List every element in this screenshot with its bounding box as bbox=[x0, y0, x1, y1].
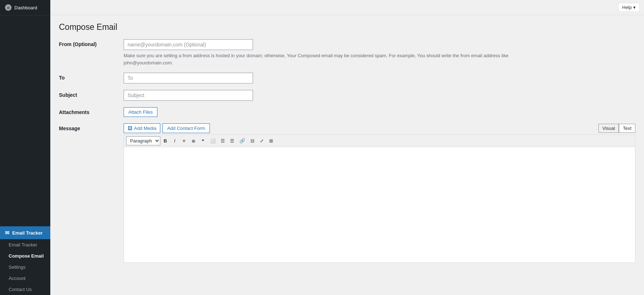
main-content: Help ▾ Compose Email From (Optional) Mak… bbox=[50, 0, 644, 295]
attachments-label: Attachments bbox=[59, 107, 124, 115]
from-row: From (Optional) Make sure you are settin… bbox=[59, 39, 635, 66]
help-chevron-icon: ▾ bbox=[633, 5, 636, 10]
sidebar-item-compose-email[interactable]: Compose Email bbox=[0, 250, 50, 262]
bold-button[interactable]: B bbox=[161, 137, 170, 145]
table-button[interactable]: ⊞ bbox=[267, 137, 275, 145]
to-input[interactable] bbox=[124, 73, 253, 83]
subject-field bbox=[124, 90, 635, 101]
visual-tab[interactable]: Visual bbox=[598, 124, 619, 133]
sidebar-item-settings[interactable]: Settings bbox=[0, 262, 50, 273]
from-hint: Make sure you are setting a from address… bbox=[124, 52, 519, 66]
help-label: Help bbox=[622, 5, 632, 10]
message-label: Message bbox=[59, 123, 124, 131]
fullscreen-button[interactable]: ⤢ bbox=[257, 137, 266, 145]
message-row: Message 🖼 Add Media Add Contact Form Vis… bbox=[59, 123, 635, 263]
sidebar-item-email-tracker[interactable]: Email Tracker bbox=[0, 239, 50, 250]
add-media-label: Add Media bbox=[134, 126, 156, 131]
dashboard-label: Dashboard bbox=[14, 5, 37, 10]
to-row: To bbox=[59, 73, 635, 83]
visual-text-tabs: Visual Text bbox=[598, 124, 635, 133]
add-media-icon: 🖼 bbox=[128, 126, 132, 131]
sidebar-header[interactable]: ⊞ Dashboard bbox=[0, 0, 50, 15]
from-label: From (Optional) bbox=[59, 39, 124, 47]
attach-files-button[interactable]: Attach Files bbox=[124, 107, 157, 117]
message-field: 🖼 Add Media Add Contact Form Visual Text… bbox=[124, 123, 635, 263]
editor-format-bar: Paragraph B I ≡ ≣ ❝ ⬜ ☰ ☰ 🔗 ⊟ ⤢ ⊞ bbox=[124, 135, 635, 147]
align-right-button[interactable]: ☰ bbox=[228, 137, 236, 145]
add-contact-form-button[interactable]: Add Contact Form bbox=[162, 123, 210, 133]
unordered-list-button[interactable]: ≡ bbox=[180, 137, 188, 145]
paragraph-select[interactable]: Paragraph bbox=[126, 136, 160, 145]
align-center-button[interactable]: ☰ bbox=[218, 137, 227, 145]
align-left-button[interactable]: ⬜ bbox=[208, 137, 218, 145]
editor-wrapper: Paragraph B I ≡ ≣ ❝ ⬜ ☰ ☰ 🔗 ⊟ ⤢ ⊞ bbox=[124, 135, 635, 263]
sidebar-item-contact-us[interactable]: Contact Us bbox=[0, 284, 50, 295]
from-input[interactable] bbox=[124, 39, 253, 50]
email-tracker-section: ✉ Email Tracker bbox=[0, 226, 50, 239]
dashboard-icon: ⊞ bbox=[5, 4, 12, 11]
subject-label: Subject bbox=[59, 90, 124, 98]
to-label: To bbox=[59, 73, 124, 81]
envelope-icon: ✉ bbox=[5, 230, 9, 236]
sidebar-bottom: Email Tracker Compose Email Settings Acc… bbox=[0, 239, 50, 295]
to-field bbox=[124, 73, 635, 83]
sidebar-item-account[interactable]: Account bbox=[0, 273, 50, 284]
attachments-row: Attachments Attach Files bbox=[59, 107, 635, 117]
page-title: Compose Email bbox=[59, 22, 635, 32]
link-button[interactable]: 🔗 bbox=[237, 137, 247, 145]
topbar: Help ▾ bbox=[50, 0, 644, 15]
editor-body[interactable] bbox=[124, 147, 635, 262]
email-tracker-menu-header[interactable]: ✉ Email Tracker bbox=[0, 226, 50, 239]
add-media-button[interactable]: 🖼 Add Media bbox=[124, 123, 160, 133]
text-tab[interactable]: Text bbox=[619, 124, 635, 133]
horizontal-rule-button[interactable]: ⊟ bbox=[248, 137, 257, 145]
help-button[interactable]: Help ▾ bbox=[618, 3, 640, 12]
email-tracker-main-label: Email Tracker bbox=[12, 230, 43, 236]
subject-input[interactable] bbox=[124, 90, 253, 101]
blockquote-button[interactable]: ❝ bbox=[198, 137, 207, 145]
sidebar: ⊞ Dashboard ✉ Email Tracker Email Tracke… bbox=[0, 0, 50, 295]
italic-button[interactable]: I bbox=[170, 137, 179, 145]
ordered-list-button[interactable]: ≣ bbox=[189, 137, 198, 145]
from-field: Make sure you are setting a from address… bbox=[124, 39, 635, 66]
attachments-field: Attach Files bbox=[124, 107, 635, 117]
message-toolbar-top: 🖼 Add Media Add Contact Form Visual Text bbox=[124, 123, 635, 133]
content-area: Compose Email From (Optional) Make sure … bbox=[50, 15, 644, 295]
subject-row: Subject bbox=[59, 90, 635, 101]
